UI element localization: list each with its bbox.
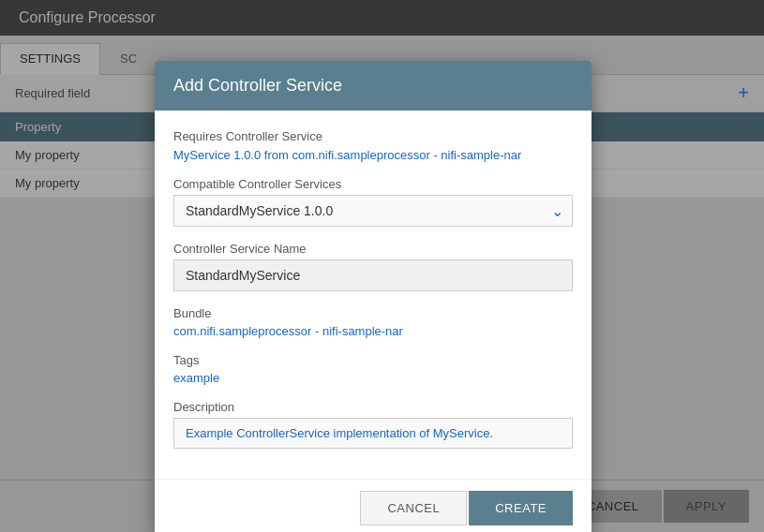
modal-title: Add Controller Service (173, 76, 342, 95)
bundle-label: Bundle (173, 306, 573, 320)
modal-header: Add Controller Service (155, 61, 592, 111)
requires-value[interactable]: MyService 1.0.0 from com.nifi.sampleproc… (173, 148, 521, 162)
requires-label: Requires Controller Service (173, 129, 573, 143)
modal-body: Requires Controller Service MyService 1.… (155, 111, 592, 479)
tags-value[interactable]: example (173, 371, 573, 385)
tags-label: Tags (173, 353, 573, 367)
bundle-value[interactable]: com.nifi.sampleprocessor - nifi-sample-n… (173, 324, 573, 338)
tags-section: Tags example (173, 353, 573, 385)
description-label: Description (173, 400, 573, 414)
controller-name-input[interactable] (173, 259, 573, 291)
compatible-select-wrapper: StandardMyService 1.0.0 ⌄ (173, 195, 573, 227)
add-controller-service-modal: Add Controller Service Requires Controll… (155, 61, 592, 532)
requires-section: Requires Controller Service MyService 1.… (173, 129, 573, 162)
compatible-section: Compatible Controller Services StandardM… (173, 177, 573, 227)
modal-create-button[interactable]: CREATE (469, 491, 573, 525)
description-section: Description Example ControllerService im… (173, 400, 573, 449)
compatible-label: Compatible Controller Services (173, 177, 573, 191)
modal-cancel-button[interactable]: CANCEL (360, 491, 467, 525)
controller-name-label: Controller Service Name (173, 242, 573, 256)
bundle-section: Bundle com.nifi.sampleprocessor - nifi-s… (173, 306, 573, 338)
compatible-select[interactable]: StandardMyService 1.0.0 (173, 195, 573, 227)
controller-name-section: Controller Service Name (173, 242, 573, 291)
description-value: Example ControllerService implementation… (173, 418, 573, 449)
modal-footer: CANCEL CREATE (155, 479, 592, 532)
